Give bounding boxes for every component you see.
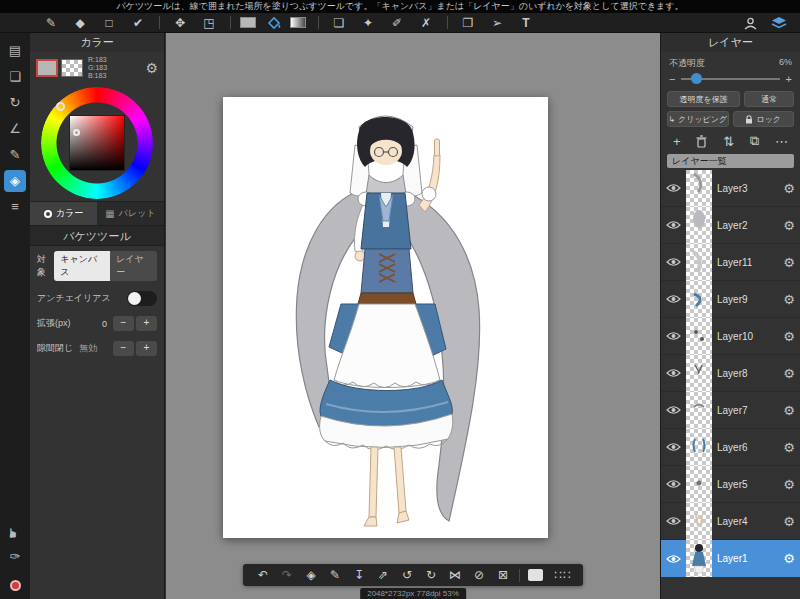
flip-icon[interactable]: ⋈ (443, 568, 467, 582)
layer-row[interactable]: Layer6 ⚙ (661, 429, 800, 466)
tab-color[interactable]: カラー (30, 202, 97, 225)
layer-settings-gear-icon[interactable]: ⚙ (783, 477, 795, 492)
visibility-eye-icon[interactable] (666, 479, 681, 489)
color-settings-gear-icon[interactable]: ⚙ (145, 60, 158, 76)
layer-row[interactable]: Layer5 ⚙ (661, 466, 800, 503)
reorder-layer-icon[interactable]: ⇅ (723, 134, 734, 149)
check-select-tool-icon[interactable]: ✔ (127, 14, 149, 32)
antialias-toggle[interactable] (127, 291, 157, 306)
layer-settings-gear-icon[interactable]: ⚙ (783, 440, 795, 455)
material-list-icon[interactable]: ≡ (3, 196, 27, 222)
layer-settings-gear-icon[interactable]: ⚙ (783, 403, 795, 418)
redo-icon[interactable]: ↷ (275, 568, 299, 582)
lock-button[interactable]: ロック (733, 111, 795, 127)
rect-select-tool-icon[interactable]: □ (98, 14, 120, 32)
visibility-eye-icon[interactable] (666, 516, 681, 526)
visibility-eye-icon[interactable] (666, 183, 681, 193)
brush-list-icon[interactable]: ✎ (3, 144, 27, 170)
brush-tool-icon[interactable]: ✎ (40, 14, 62, 32)
hide-view-icon[interactable]: ⊘ (467, 568, 491, 582)
protect-alpha-button[interactable]: 透明度を保護 (667, 91, 740, 107)
layer-settings-gear-icon[interactable]: ⚙ (783, 181, 795, 196)
pen-icon[interactable]: ✎ (323, 568, 347, 582)
ruler-icon[interactable]: ∠ (3, 118, 27, 144)
rotate-ccw-icon[interactable]: ↺ (395, 568, 419, 582)
expand-minus-button[interactable]: − (113, 316, 134, 331)
move-tool-icon[interactable]: ✥ (169, 14, 191, 32)
gap-plus-button[interactable]: + (136, 341, 157, 356)
drag-handle-icon[interactable]: ∷∷ (551, 568, 575, 582)
layer-row[interactable]: Layer10 ⚙ (661, 318, 800, 355)
reference-image-icon[interactable] (528, 569, 543, 581)
layer-row[interactable]: Layer11 ⚙ (661, 244, 800, 281)
drawing-canvas[interactable] (223, 97, 548, 538)
layer-row[interactable]: Layer4 ⚙ (661, 503, 800, 540)
visibility-eye-icon[interactable] (666, 331, 681, 341)
opacity-minus[interactable]: − (669, 73, 675, 85)
opacity-slider[interactable] (681, 78, 779, 80)
account-share-icon[interactable] (739, 14, 761, 32)
layer-settings-gear-icon[interactable]: ⚙ (783, 551, 795, 566)
deselect-pen-icon[interactable]: ✗ (415, 14, 437, 32)
gradient-tool-swatch[interactable] (290, 17, 306, 28)
bucket-tool-icon[interactable] (265, 14, 283, 32)
export-icon[interactable]: ⇗ (371, 568, 395, 582)
eyedropper-icon[interactable]: ✑ (3, 546, 27, 572)
transform-icon[interactable]: ◈ (299, 568, 323, 582)
select-pen-icon[interactable]: ✐ (386, 14, 408, 32)
transform-tool-icon[interactable]: ◳ (198, 14, 220, 32)
hand-tool-icon[interactable]: ☛ (2, 521, 28, 545)
undo-icon[interactable]: ↶ (251, 568, 275, 582)
opacity-plus[interactable]: + (786, 73, 792, 85)
layer-row[interactable]: Layer8 ⚙ (661, 355, 800, 392)
selection-panel-icon[interactable]: ❏ (3, 66, 27, 92)
visibility-eye-icon[interactable] (666, 220, 681, 230)
panel-layout-icon[interactable]: ❐ (457, 14, 479, 32)
layer-row[interactable]: Layer2 ⚙ (661, 207, 800, 244)
layer-settings-gear-icon[interactable]: ⚙ (783, 292, 795, 307)
marquee-select-icon[interactable]: ❏ (328, 14, 350, 32)
delete-layer-icon[interactable] (696, 135, 707, 148)
foreground-color-swatch[interactable] (240, 17, 256, 28)
visibility-eye-icon[interactable] (666, 405, 681, 415)
clipping-button[interactable]: ↳ クリッピング (667, 111, 729, 127)
layer-settings-gear-icon[interactable]: ⚙ (783, 255, 795, 270)
expand-plus-button[interactable]: + (136, 316, 157, 331)
active-tool-panel-icon[interactable]: ◈ (4, 170, 26, 192)
transparent-color-swatch[interactable] (61, 59, 83, 77)
blend-mode-button[interactable]: 通常 (744, 91, 794, 107)
duplicate-layer-icon[interactable]: ⧉ (750, 133, 759, 149)
visibility-eye-icon[interactable] (666, 442, 681, 452)
text-tool-icon[interactable]: T (515, 14, 537, 32)
layer-settings-gear-icon[interactable]: ⚙ (783, 329, 795, 344)
layer-row-active[interactable]: Layer1 ⚙ (661, 540, 800, 577)
marker-pin-icon[interactable] (10, 580, 21, 591)
layer-row[interactable]: Layer3 ⚙ (661, 170, 800, 207)
layer-row[interactable]: Layer9 ⚙ (661, 281, 800, 318)
saturation-value-box[interactable] (69, 115, 125, 171)
layer-settings-gear-icon[interactable]: ⚙ (783, 366, 795, 381)
magic-wand-icon[interactable]: ✦ (357, 14, 379, 32)
opacity-slider-knob[interactable] (691, 73, 702, 84)
save-icon[interactable]: ↧ (347, 568, 371, 582)
visibility-eye-icon[interactable] (666, 257, 681, 267)
gap-minus-button[interactable]: − (113, 341, 134, 356)
eraser-tool-icon[interactable]: ◆ (69, 14, 91, 32)
pointer-tool-icon[interactable]: ➢ (486, 14, 508, 32)
visibility-eye-icon[interactable] (666, 554, 681, 564)
target-layer-button[interactable]: レイヤー (110, 251, 157, 281)
clear-icon[interactable]: ⊠ (491, 568, 515, 582)
layer-row[interactable]: Layer7 ⚙ (661, 392, 800, 429)
rotate-cw-icon[interactable]: ↻ (419, 568, 443, 582)
add-layer-icon[interactable]: + (673, 134, 681, 149)
visibility-eye-icon[interactable] (666, 368, 681, 378)
layer-settings-gear-icon[interactable]: ⚙ (783, 218, 795, 233)
tab-palette[interactable]: ▦ パレット (97, 202, 164, 225)
visibility-eye-icon[interactable] (666, 294, 681, 304)
more-options-icon[interactable]: ⋯ (775, 134, 788, 149)
layer-settings-gear-icon[interactable]: ⚙ (783, 514, 795, 529)
current-color-swatch[interactable] (36, 59, 58, 77)
brush-panel-icon[interactable]: ▤ (3, 40, 27, 66)
target-canvas-button[interactable]: キャンバス (54, 251, 110, 281)
layers-panel-icon[interactable] (768, 14, 790, 32)
